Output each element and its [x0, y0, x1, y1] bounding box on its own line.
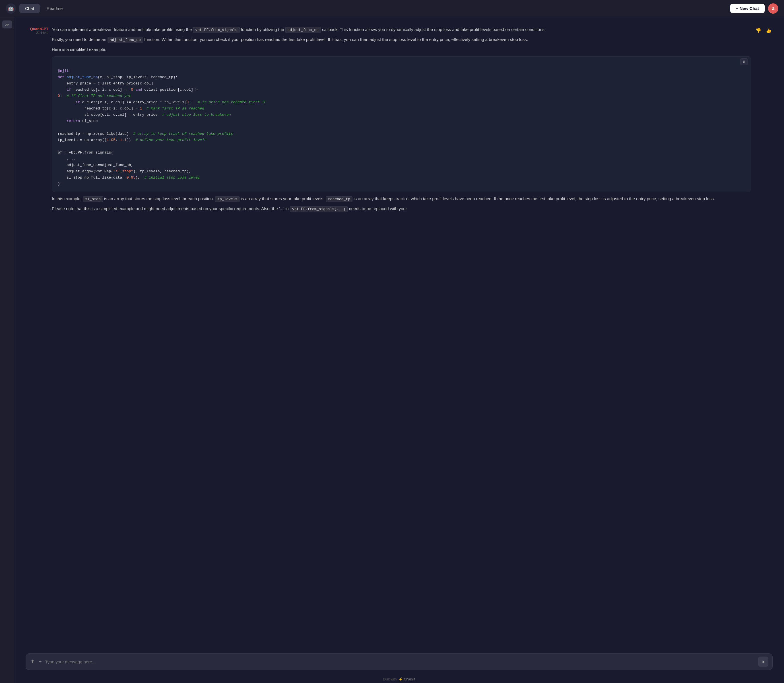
message-meta: QuantGPT 21:14:40: [26, 26, 48, 212]
messages-container: QuantGPT 21:14:40 You can implement a br…: [14, 17, 784, 650]
copy-icon: ⧉: [743, 60, 745, 64]
code-block-header: ⧉: [52, 56, 751, 67]
code-block-wrapper: ⧉ @njit def adjust_func_nb(c, sl_stop, t…: [52, 56, 751, 192]
footer-built-with: Built with: [383, 677, 397, 681]
header: 🤖 Chat Readme + New Chat a: [0, 0, 784, 17]
inline-code-1: vbt.PF.from_signals: [193, 27, 239, 33]
scroll-to-top-button[interactable]: ⬆: [30, 658, 35, 665]
tab-readme[interactable]: Readme: [41, 4, 69, 13]
sidebar-toggle-button[interactable]: ≫: [2, 21, 12, 29]
header-right: + New Chat a: [730, 3, 778, 14]
inline-code-5: tp_levels: [215, 196, 239, 202]
logo-icon: 🤖: [6, 3, 16, 14]
text-p5-end: needs to be replaced with your: [348, 206, 407, 211]
thumbs-up-icon: 👍: [766, 28, 771, 33]
message-content: You can implement a breakeven feature an…: [52, 26, 751, 212]
inline-code-3: adjust_func_nb: [108, 37, 143, 43]
tab-chat[interactable]: Chat: [19, 4, 40, 13]
chainlit-brand: Chainlit: [404, 677, 415, 681]
message-sender: QuantGPT: [26, 27, 48, 31]
thumbs-down-button[interactable]: 👎: [754, 27, 762, 34]
text-p4-mid1: is an array that stores the stop loss le…: [103, 196, 215, 201]
text-p2-post: function. Within this function, you can …: [143, 37, 528, 42]
text-p4-pre: In this example,: [52, 196, 83, 201]
code-block: @njit def adjust_func_nb(c, sl_stop, tp_…: [52, 67, 751, 192]
send-icon: ➤: [762, 659, 765, 665]
text-p1-end: callback. This function allows you to dy…: [321, 27, 546, 32]
paragraph-2: Firstly, you need to define an adjust_fu…: [52, 36, 751, 43]
input-area: ⬆ + ➤: [14, 650, 784, 676]
thumbs-down-icon: 👎: [755, 28, 761, 33]
text-p1-post: function by utilizing the: [240, 27, 285, 32]
copy-code-button[interactable]: ⧉: [740, 58, 748, 65]
paragraph-4: In this example, sl_stop is an array tha…: [52, 196, 751, 202]
text-p2-pre: Firstly, you need to define an: [52, 37, 108, 42]
paragraph-3: Here is a simplified example:: [52, 46, 751, 53]
footer: Built with ⚡ Chainlit: [14, 676, 784, 683]
new-chat-button[interactable]: + New Chat: [730, 4, 765, 13]
chat-area: QuantGPT 21:14:40 You can implement a br…: [14, 17, 784, 683]
text-p1-pre: You can implement a breakeven feature an…: [52, 27, 193, 32]
attach-file-button[interactable]: +: [38, 658, 42, 665]
send-button[interactable]: ➤: [758, 657, 768, 667]
header-left: 🤖 Chat Readme: [6, 3, 68, 14]
scroll-up-icon: ⬆: [31, 659, 35, 665]
text-p5-pre: Please note that this is a simplified ex…: [52, 206, 290, 211]
plus-icon: +: [39, 659, 42, 665]
text-p4-end: is an array that keeps track of which ta…: [352, 196, 715, 201]
thumbs-up-button[interactable]: 👍: [765, 27, 773, 34]
inline-code-6: reached_tp: [326, 196, 352, 202]
text-p4-mid2: is an array that stores your take profit…: [239, 196, 326, 201]
message-time: 21:14:40: [26, 31, 48, 34]
chainlit-logo: ⚡ Chainlit: [398, 677, 415, 681]
message: QuantGPT 21:14:40 You can implement a br…: [26, 23, 773, 216]
sidebar: ≫: [0, 17, 14, 683]
paragraph-5: Please note that this is a simplified ex…: [52, 205, 751, 212]
paragraph-1: You can implement a breakeven feature an…: [52, 26, 751, 33]
avatar: a: [768, 3, 778, 14]
chainlit-icon: ⚡: [398, 677, 403, 681]
main: ≫ QuantGPT 21:14:40 You can implement a …: [0, 17, 784, 683]
input-box: ⬆ + ➤: [26, 653, 773, 670]
inline-code-7: vbt.PF.from_signals(...): [290, 206, 348, 212]
message-input[interactable]: [45, 659, 755, 664]
nav-tabs: Chat Readme: [19, 4, 68, 13]
inline-code-4: sl_stop: [83, 196, 103, 202]
message-actions: 👎 👍: [754, 26, 773, 34]
inline-code-2: adjust_func_nb: [285, 27, 321, 33]
